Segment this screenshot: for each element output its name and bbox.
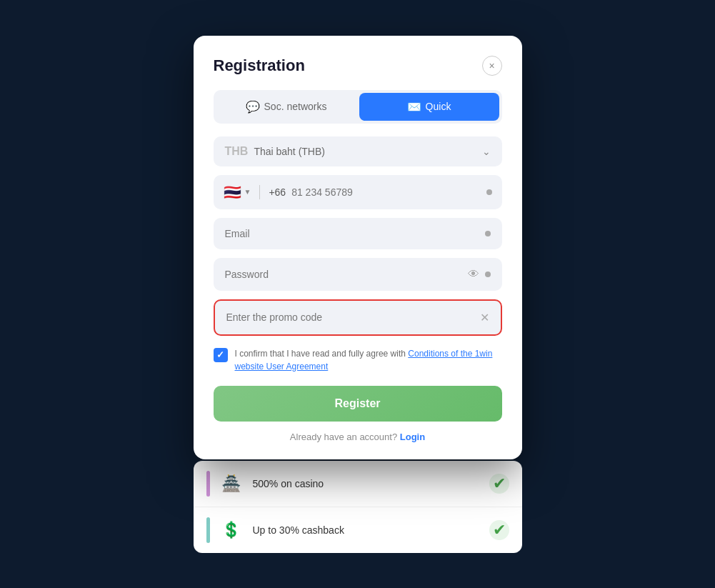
phone-divider — [259, 185, 260, 199]
bonus-icon-casino: 🏯 — [219, 471, 244, 497]
currency-left: THB Thai baht (THB) — [225, 145, 325, 158]
phone-field: 🇹🇭 ▼ +66 — [214, 175, 502, 209]
country-selector[interactable]: 🇹🇭 ▼ — [224, 184, 251, 201]
flag-icon: 🇹🇭 — [224, 184, 241, 201]
promo-clear-button[interactable]: ✕ — [480, 311, 489, 324]
bonus-icon-cashback: 💲 — [219, 517, 244, 543]
promo-code-field-row: ✕ — [214, 299, 502, 336]
tab-quick-label: Quick — [426, 101, 451, 112]
bonus-check-cashback: ✔ — [489, 520, 509, 540]
email-input[interactable] — [225, 228, 485, 239]
phone-dot-icon — [486, 189, 492, 195]
promo-code-input[interactable] — [226, 312, 480, 323]
soc-icon: 💬 — [246, 100, 260, 114]
bonus-text-cashback: Up to 30% cashback — [253, 524, 481, 536]
password-field-row: 👁 — [214, 258, 502, 291]
currency-name: Thai baht (THB) — [254, 146, 325, 157]
login-prompt-text: Already have an account? — [290, 432, 397, 442]
chevron-down-icon: ⌄ — [482, 146, 491, 157]
bonus-item-casino: 🏯 500% on casino ✔ — [194, 461, 522, 507]
registration-modal: Registration × 💬 Soc. networks ✉️ Quick … — [194, 36, 522, 459]
quick-icon: ✉️ — [407, 100, 421, 114]
modal-title: Registration — [214, 56, 305, 75]
email-field-row — [214, 218, 502, 249]
terms-text: I confirm that I have read and fully agr… — [235, 347, 502, 373]
tab-bar: 💬 Soc. networks ✉️ Quick — [214, 90, 502, 124]
email-dot-icon — [485, 231, 491, 236]
bonus-item-cashback: 💲 Up to 30% cashback ✔ — [194, 507, 522, 553]
modal-wrapper: Registration × 💬 Soc. networks ✉️ Quick … — [194, 36, 522, 553]
bonus-check-casino: ✔ — [489, 474, 509, 494]
bonus-panel: 🏯 500% on casino ✔ 💲 Up to 30% cashback … — [194, 461, 522, 553]
register-button[interactable]: Register — [214, 386, 502, 422]
checkbox-check-icon: ✓ — [216, 349, 224, 360]
terms-checkbox[interactable]: ✓ — [214, 348, 228, 362]
login-link[interactable]: Login — [400, 432, 425, 442]
bonus-text-casino: 500% on casino — [253, 478, 481, 489]
terms-row: ✓ I confirm that I have read and fully a… — [214, 347, 502, 373]
eye-icon[interactable]: 👁 — [468, 268, 479, 281]
phone-input[interactable] — [291, 186, 480, 198]
modal-header: Registration × — [214, 56, 502, 76]
bonus-bar-cashback — [206, 517, 210, 543]
close-button[interactable]: × — [482, 56, 502, 76]
password-input[interactable] — [225, 269, 462, 280]
password-dot-icon — [485, 271, 491, 277]
tab-quick[interactable]: ✉️ Quick — [359, 93, 499, 121]
bonus-bar-casino — [206, 471, 210, 497]
login-row: Already have an account? Login — [214, 432, 502, 442]
tab-soc-label: Soc. networks — [264, 101, 327, 112]
flag-chevron-icon: ▼ — [244, 188, 251, 196]
currency-abbr: THB — [225, 145, 249, 158]
terms-text-label: I confirm that I have read and fully agr… — [235, 349, 409, 359]
currency-dropdown[interactable]: THB Thai baht (THB) ⌄ — [214, 136, 502, 166]
tab-soc-networks[interactable]: 💬 Soc. networks — [216, 93, 356, 121]
phone-country-code: +66 — [269, 186, 286, 198]
